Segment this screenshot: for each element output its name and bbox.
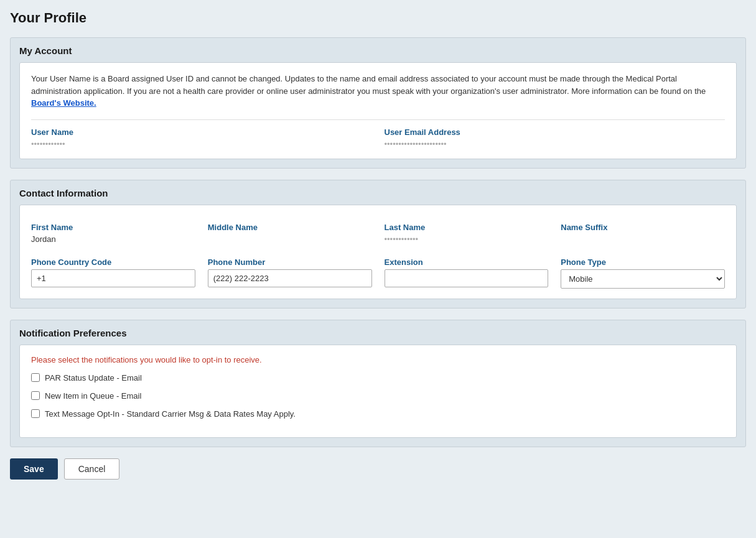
first-name-label: First Name — [31, 223, 195, 232]
last-name-label: Last Name — [385, 223, 549, 232]
extension-input[interactable] — [385, 269, 549, 287]
extension-label: Extension — [385, 257, 549, 267]
my-account-section: My Account Your User Name is a Board ass… — [10, 37, 746, 169]
last-name-value: •••••••••••• — [385, 234, 549, 244]
text-msg-checkbox[interactable] — [31, 409, 40, 418]
email-label: User Email Address — [385, 128, 726, 137]
username-label: User Name — [31, 128, 372, 137]
board-website-link[interactable]: Board's Website. — [31, 98, 96, 108]
my-account-card: Your User Name is a Board assigned User … — [19, 62, 737, 159]
phone-number-label: Phone Number — [208, 257, 372, 267]
contact-info-title: Contact Information — [19, 188, 737, 198]
email-value: •••••••••••••••••••••• — [385, 139, 726, 149]
account-fields-row: User Name •••••••••••• User Email Addres… — [31, 128, 725, 149]
account-info-text: Your User Name is a Board assigned User … — [31, 73, 725, 109]
new-item-label[interactable]: New Item in Queue - Email — [45, 391, 141, 401]
phone-country-code-label: Phone Country Code — [31, 257, 195, 267]
notification-prefs-title: Notification Preferences — [19, 328, 737, 338]
notification-prefs-section: Notification Preferences Please select t… — [10, 320, 746, 447]
text-msg-label[interactable]: Text Message Opt-In - Standard Carrier M… — [45, 409, 296, 419]
phone-type-select[interactable]: Mobile Home Work Other — [561, 269, 725, 289]
new-item-checkbox-row: New Item in Queue - Email — [31, 391, 725, 401]
new-item-checkbox[interactable] — [31, 391, 40, 400]
phone-fields-row: Phone Country Code Phone Number Extensio… — [31, 257, 725, 289]
extension-field-group: Extension — [385, 257, 549, 289]
first-name-value: Jordan — [31, 234, 195, 244]
save-button[interactable]: Save — [10, 458, 58, 480]
page-title: Your Profile — [10, 10, 746, 26]
contact-info-card: First Name Jordan Middle Name Last Name … — [19, 205, 737, 299]
phone-type-label: Phone Type — [561, 257, 725, 267]
par-status-label[interactable]: PAR Status Update - Email — [45, 373, 142, 383]
last-name-field-group: Last Name •••••••••••• — [385, 223, 549, 244]
phone-number-field-group: Phone Number — [208, 257, 372, 289]
first-name-field-group: First Name Jordan — [31, 223, 195, 244]
username-value: •••••••••••• — [31, 139, 372, 149]
phone-country-code-input[interactable] — [31, 269, 195, 287]
name-suffix-label: Name Suffix — [561, 223, 725, 232]
middle-name-label: Middle Name — [208, 223, 372, 232]
par-status-checkbox[interactable] — [31, 373, 40, 382]
username-field-group: User Name •••••••••••• — [31, 128, 372, 149]
email-field-group: User Email Address •••••••••••••••••••••… — [385, 128, 726, 149]
cancel-button[interactable]: Cancel — [64, 458, 120, 480]
notification-prefs-card: Please select the notifications you woul… — [19, 345, 737, 438]
my-account-title: My Account — [19, 45, 737, 56]
contact-info-section: Contact Information First Name Jordan Mi… — [10, 180, 746, 308]
phone-number-input[interactable] — [208, 269, 372, 287]
notification-prompt: Please select the notifications you woul… — [31, 355, 725, 364]
divider — [31, 119, 725, 120]
text-msg-checkbox-row: Text Message Opt-In - Standard Carrier M… — [31, 409, 725, 419]
action-buttons-row: Save Cancel — [10, 458, 746, 480]
middle-name-field-group: Middle Name — [208, 223, 372, 244]
phone-country-code-field-group: Phone Country Code — [31, 257, 195, 289]
phone-type-field-group: Phone Type Mobile Home Work Other — [561, 257, 725, 289]
name-suffix-field-group: Name Suffix — [561, 223, 725, 244]
name-fields-row: First Name Jordan Middle Name Last Name … — [31, 223, 725, 244]
par-status-checkbox-row: PAR Status Update - Email — [31, 373, 725, 383]
